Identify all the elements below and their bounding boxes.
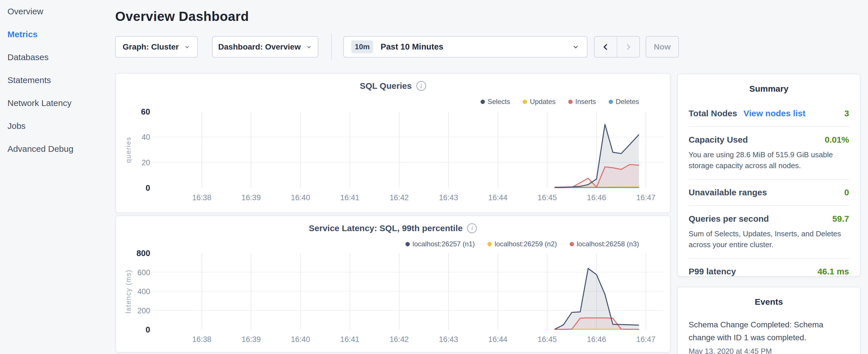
summary-row-value: 0 [844,188,849,197]
chevron-down-icon [306,44,312,50]
view-nodes-list-link[interactable]: View nodes list [743,108,805,118]
sql-queries-chart[interactable]: 16:3816:3916:4016:4116:4216:4316:4416:45… [116,74,670,213]
time-forward-button[interactable] [617,37,639,57]
page-title: Overview Dashboard [115,9,249,24]
summary-row-value: 46.1 ms [817,267,849,277]
svg-text:16:46: 16:46 [587,335,606,344]
svg-text:latency (ms): latency (ms) [124,269,132,313]
event-timestamp: May 13, 2020 at 4:45 PM [689,347,849,354]
graph-dropdown-label: Graph: Cluster [123,42,179,52]
events-panel: Events Schema Change Completed: Schema c… [677,287,861,354]
sidebar-item-overview[interactable]: Overview [7,0,111,23]
summary-row-capacity-used: Capacity Used 0.01% You are using 28.6 M… [689,127,849,180]
svg-text:400: 400 [137,287,150,296]
time-back-button[interactable] [595,37,617,57]
sidebar-item-metrics[interactable]: Metrics [7,23,111,46]
svg-text:16:46: 16:46 [587,193,606,202]
service-latency-chart[interactable]: 16:3816:3916:4016:4116:4216:4316:4416:45… [116,216,670,352]
sidebar-item-statements[interactable]: Statements [7,69,111,92]
svg-text:queries: queries [124,137,132,163]
summary-row-description: Sum of Selects, Updates, Inserts, and De… [689,228,849,250]
svg-text:16:47: 16:47 [636,193,655,202]
sidebar-item-jobs[interactable]: Jobs [7,115,111,137]
service-latency-card: Service Latency: SQL, 99th percentile i … [115,215,671,353]
events-title: Events [678,287,860,307]
svg-text:20: 20 [142,158,150,167]
summary-row-queries-per-second: Queries per second 59.7 Sum of Selects, … [689,206,849,259]
summary-row-label: P99 latency [689,267,736,277]
svg-text:16:44: 16:44 [488,193,507,202]
time-range-badge: 10m [351,40,373,53]
now-button[interactable]: Now [646,36,679,58]
svg-text:16:40: 16:40 [291,193,310,202]
summary-row-label: Capacity Used [689,135,748,144]
svg-text:16:38: 16:38 [192,193,212,202]
svg-text:16:43: 16:43 [439,335,458,344]
svg-text:600: 600 [137,268,150,277]
summary-panel: Summary Total Nodes View nodes list 3 Ca… [677,74,861,277]
svg-text:16:40: 16:40 [291,335,310,344]
summary-row-label: Queries per second [689,214,769,224]
chevron-right-icon [624,43,632,51]
svg-text:0: 0 [146,183,150,192]
summary-row-p99-latency: P99 latency 46.1 ms [689,259,849,284]
sidebar: Overview Metrics Databases Statements Ne… [7,0,111,160]
summary-row-value: 3 [844,108,849,118]
summary-row-label: Total Nodes [689,108,737,118]
event-item[interactable]: Schema Change Completed: Schema change w… [689,318,849,354]
summary-row-total-nodes: Total Nodes View nodes list 3 [689,100,849,127]
svg-text:16:45: 16:45 [537,193,557,202]
toolbar-divider [331,33,332,60]
svg-text:16:44: 16:44 [488,335,507,344]
summary-title: Summary [678,74,860,94]
sidebar-item-network-latency[interactable]: Network Latency [7,92,111,115]
svg-text:16:39: 16:39 [242,193,261,202]
controls-toolbar: Graph: Cluster Dashboard: Overview 10m P… [115,36,679,58]
sidebar-item-databases[interactable]: Databases [7,46,111,69]
summary-row-value: 59.7 [833,214,849,224]
svg-text:0: 0 [146,325,150,334]
svg-text:800: 800 [136,249,150,258]
time-range-label: Past 10 Minutes [380,42,443,52]
event-text: Schema Change Completed: Schema change w… [689,318,849,344]
summary-row-description: You are using 28.6 MiB of 515.9 GiB usab… [689,149,849,171]
sql-queries-card: SQL Queries i SelectsUpdatesInsertsDelet… [115,73,671,213]
graph-dropdown[interactable]: Graph: Cluster [115,36,198,58]
svg-text:16:38: 16:38 [192,335,212,344]
dashboard-dropdown[interactable]: Dashboard: Overview [212,36,318,58]
svg-text:200: 200 [137,307,150,315]
svg-text:16:43: 16:43 [439,193,458,202]
chevron-down-icon [572,43,580,51]
svg-text:16:41: 16:41 [340,335,359,344]
chevron-down-icon [184,44,190,50]
dashboard-dropdown-label: Dashboard: Overview [218,42,301,52]
time-range-dropdown[interactable]: 10m Past 10 Minutes [343,36,587,58]
svg-text:60: 60 [141,107,150,116]
chevron-left-icon [601,43,610,51]
svg-text:16:42: 16:42 [390,193,409,202]
sidebar-item-advanced-debug[interactable]: Advanced Debug [7,137,111,160]
svg-text:16:47: 16:47 [636,335,655,344]
summary-row-label: Unavailable ranges [689,188,767,197]
svg-text:16:45: 16:45 [537,335,557,344]
summary-row-unavailable-ranges: Unavailable ranges 0 [689,180,849,206]
summary-row-value: 0.01% [825,135,849,144]
svg-text:16:39: 16:39 [242,335,261,344]
time-pager [594,36,640,58]
svg-text:16:41: 16:41 [340,193,359,202]
svg-text:40: 40 [142,133,150,141]
svg-text:16:42: 16:42 [390,335,409,344]
